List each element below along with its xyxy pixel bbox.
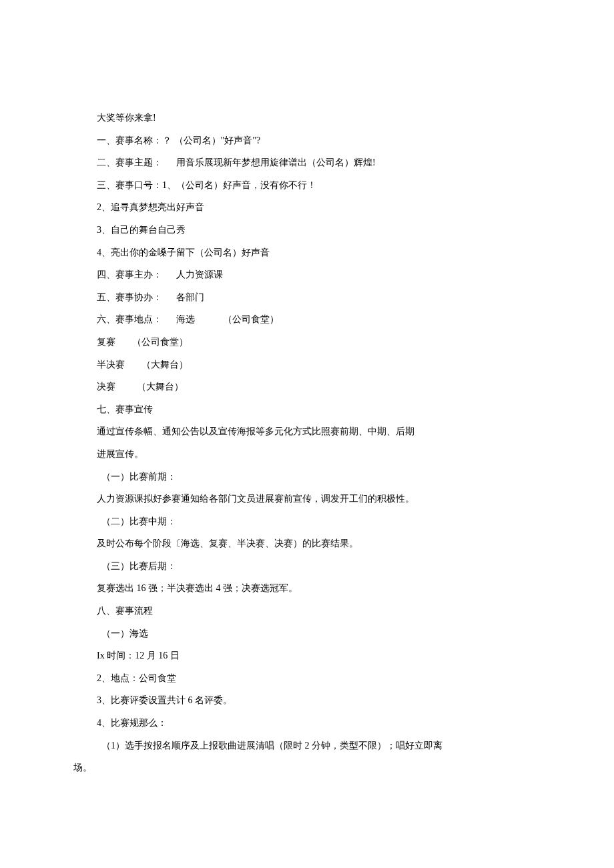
text-line: 进展宣传。 <box>73 443 541 466</box>
text-line: 3、自己的舞台自己秀 <box>73 219 541 242</box>
text-line: 三、赛事口号：1、（公司名）好声音，没有你不行！ <box>73 174 541 197</box>
text-line: 五、赛事协办： 各部门 <box>73 286 541 309</box>
document-body: 大奖等你来拿!一、赛事名称：？ （公司名）"好声音"?二、赛事主题： 用音乐展现… <box>73 107 541 779</box>
text-line: 大奖等你来拿! <box>73 107 541 129</box>
text-line: （一）海选 <box>73 622 541 645</box>
text-line: （二）比赛中期： <box>73 510 541 533</box>
text-line: 半决赛 （大舞台） <box>73 354 541 376</box>
text-line: 通过宣传条幅、通知公告以及宣传海报等多元化方式比照赛前期、中期、后期 <box>73 420 541 443</box>
text-line: （1）选手按报名顺序及上报歌曲进展清唱（限时 2 分钟，类型不限）；唱好立即离 <box>73 735 541 757</box>
text-line: 七、赛事宣传 <box>73 398 541 421</box>
text-line: 2、追寻真梦想亮出好声音 <box>73 196 541 219</box>
text-line: 人力资源课拟好参赛通知给各部门文员进展赛前宣传，调发开工们的积极性。 <box>73 488 541 510</box>
text-line: 八、赛事流程 <box>73 600 541 622</box>
text-line: （三）比赛后期： <box>73 555 541 578</box>
text-line: （一）比赛前期： <box>73 466 541 488</box>
text-line: 2、地点：公司食堂 <box>73 667 541 690</box>
text-line: 及时公布每个阶段〔海选、复赛、半决赛、决赛）的比赛结果。 <box>73 532 541 555</box>
text-line: Ix 时间：12 月 16 日 <box>73 644 541 667</box>
text-line: 决赛 （大舞台） <box>73 376 541 398</box>
text-line: 四、赛事主办： 人力资源课 <box>73 264 541 286</box>
text-line: 二、赛事主题： 用音乐展现新年梦想用旋律谱出（公司名）辉煌! <box>73 151 541 174</box>
text-line: 复赛 （公司食堂） <box>73 331 541 354</box>
text-line: 场。 <box>73 757 541 779</box>
text-line: 4、比赛规那么： <box>73 712 541 735</box>
text-line: 六、赛事地点： 海选 （公司食堂） <box>73 308 541 331</box>
text-line: 4、亮出你的金嗓子留下（公司名）好声音 <box>73 242 541 264</box>
text-line: 复赛选出 16 强；半决赛选出 4 强；决赛选冠军。 <box>73 577 541 600</box>
document-page: 大奖等你来拿!一、赛事名称：？ （公司名）"好声音"?二、赛事主题： 用音乐展现… <box>0 0 614 846</box>
text-line: 3、比赛评委设置共计 6 名评委。 <box>73 689 541 712</box>
text-line: 一、赛事名称：？ （公司名）"好声音"? <box>73 129 541 152</box>
